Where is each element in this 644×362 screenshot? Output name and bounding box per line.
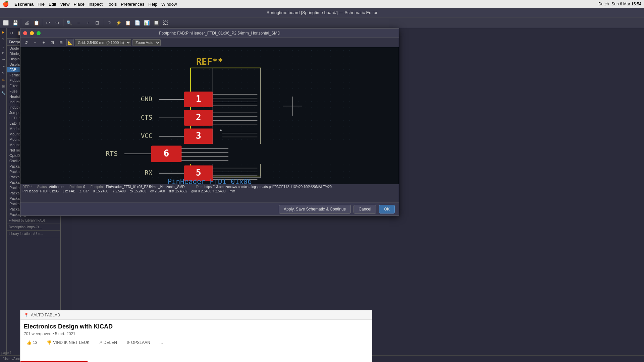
- fp-y-val: Y 2.5400: [112, 189, 126, 193]
- zoom-in-toolbar-btn[interactable]: +: [84, 18, 92, 27]
- tutorial-info: Electronics Design with KiCAD 701 weerga…: [24, 323, 369, 358]
- menu-file[interactable]: File: [38, 2, 45, 7]
- app-window: Springtime board [Springtime board/] — S…: [0, 8, 644, 362]
- fp-zoom-box-btn[interactable]: ⊞: [57, 39, 65, 46]
- svg-text:PinHeader_FTDI_01x06: PinHeader_FTDI_01x06: [167, 178, 252, 184]
- app-title: Springtime board [Springtime board/] — S…: [267, 10, 378, 15]
- fp-status-label: Status:: [37, 185, 48, 189]
- save-icon: ⊕: [126, 340, 130, 345]
- erc-btn[interactable]: ⚡: [114, 18, 123, 27]
- more-icon: ...: [160, 340, 163, 345]
- fp-status-value: Attributes:: [49, 185, 64, 189]
- fp-footprint-value: PinHeader_FTDI_01x06_P2.54mm_Horizontal_…: [106, 185, 185, 189]
- toolbar-sep-1: [21, 19, 21, 26]
- content-area: ⚑ ✎ ⋮ in mil mm ↖ ⚠ ⊞ 🔧 ↺ 📋 ⚙ Footprint …: [0, 28, 644, 362]
- menu-edit[interactable]: Edit: [49, 2, 56, 7]
- copy-btn[interactable]: 📋: [32, 18, 41, 27]
- menu-inspect[interactable]: Inspect: [89, 2, 103, 7]
- menu-tools[interactable]: Tools: [107, 2, 117, 7]
- tutorial-like-btn[interactable]: 👍 13: [24, 339, 40, 346]
- thumb-down-icon: 👎: [47, 340, 52, 345]
- datetime: Sun 6 Mar 15:54: [611, 2, 641, 6]
- lang-indicator: Dutch: [598, 2, 609, 6]
- fp-grid-selector[interactable]: Grid: 2.5400 mm (0.1000 in): [75, 39, 131, 46]
- svg-text:6: 6: [164, 148, 169, 159]
- save-btn[interactable]: 💾: [11, 18, 19, 27]
- svg-text:2: 2: [196, 112, 201, 122]
- footprint-dialog: Footprint: FAB:PinHeader_FTDI_01x06_P2.5…: [20, 28, 399, 216]
- bom-btn[interactable]: 📊: [142, 18, 151, 27]
- fp-buttons: Apply, Save Schematic & Continue Cancel …: [20, 202, 399, 216]
- fp-dy-val: dy 2.5400: [150, 189, 165, 193]
- fp-doc-label: Doc:: [196, 185, 203, 189]
- print-btn[interactable]: 🖨: [22, 18, 31, 27]
- main-toolbar: ⬜ 💾 🖨 📋 ↩ ↪ 🔍 − + ⊡ ⚐ ⚡ 📋 📄 📊 🔲 🖼: [0, 17, 644, 28]
- fp-zoom-fit-btn[interactable]: ⊡: [49, 39, 56, 46]
- toolbar-sep-4: [103, 19, 103, 26]
- new-btn[interactable]: ⬜: [1, 18, 10, 27]
- zoom-out-toolbar-btn[interactable]: −: [74, 18, 83, 27]
- tutorial-progress-bar: [20, 361, 88, 362]
- fp-rotation-label: Rotation: [69, 185, 82, 189]
- tutorial-content: Electronics Design with KiCAD 701 weerga…: [20, 320, 372, 362]
- menu-place[interactable]: Place: [73, 2, 85, 7]
- svg-text:5: 5: [196, 167, 201, 178]
- fp-canvas[interactable]: REF** 1 GND 2 CTS: [20, 47, 399, 184]
- fp-doc-value: https://s3.amazonaws.com/catalogspreads-…: [204, 185, 334, 189]
- menu-help[interactable]: Help: [148, 2, 157, 7]
- find-btn[interactable]: 🔍: [65, 18, 73, 27]
- svg-text:CTS: CTS: [141, 114, 152, 121]
- close-btn[interactable]: [23, 31, 27, 35]
- fp-zoom-in-btn[interactable]: +: [40, 39, 47, 46]
- fp-dx-val: dx 15.2400: [129, 189, 146, 193]
- tutorial-views: 701 weergaven: [24, 331, 51, 336]
- menu-window[interactable]: Window: [161, 2, 177, 7]
- fp-zoom-out-btn[interactable]: −: [31, 39, 39, 46]
- fp-lib-label: Lib: FAB: [63, 189, 75, 193]
- fp-name-value: PinHeader_FTDI_01x06: [22, 189, 59, 193]
- fp-x-val: X 15.2400: [93, 189, 108, 193]
- fp-titlebar: Footprint: FAB:PinHeader_FTDI_01x06_P2.5…: [20, 28, 399, 38]
- annotate-btn[interactable]: ⚐: [105, 18, 113, 27]
- svg-text:GND: GND: [141, 95, 152, 103]
- tutorial-save-btn[interactable]: ⊕ OPSLAAN: [124, 339, 153, 346]
- svg-text:REF**: REF**: [196, 56, 223, 67]
- toolbar-sep-3: [63, 19, 63, 26]
- zoom-fit-toolbar-btn[interactable]: ⊡: [93, 18, 102, 27]
- redo-btn[interactable]: ↪: [53, 18, 62, 27]
- minimize-btn[interactable]: [30, 31, 34, 35]
- fields-btn[interactable]: 📋: [123, 18, 132, 27]
- fp-refresh-btn[interactable]: ↺: [22, 39, 30, 46]
- tutorial-more-btn[interactable]: ...: [157, 339, 166, 346]
- fp-grid-val: grid X 2.5400 Y 2.5400: [191, 189, 225, 193]
- fp-dist-val: dist 15.4502: [169, 189, 187, 193]
- 3d-btn[interactable]: 🖼: [161, 18, 170, 27]
- netlist-btn[interactable]: 📄: [133, 18, 142, 27]
- undo-btn[interactable]: ↩: [44, 18, 52, 27]
- tutorial-share-label: DELEN: [104, 340, 117, 345]
- fp-footprint-label: Footprint:: [91, 185, 105, 189]
- menu-preferences[interactable]: Preferences: [121, 2, 144, 7]
- tutorial-channel: AALTO FABLAB: [31, 313, 60, 317]
- fp-apply-btn[interactable]: Apply, Save Schematic & Continue: [279, 205, 351, 214]
- tutorial-share-btn[interactable]: ↗ DELEN: [96, 339, 120, 346]
- maximize-btn[interactable]: [37, 31, 41, 35]
- app-titlebar: Springtime board [Springtime board/] — S…: [0, 8, 644, 17]
- apple-menu[interactable]: 🍎: [3, 1, 9, 7]
- tutorial-actions: 👍 13 👎 VIND IK NIET LEUK ↗ DELEN: [24, 339, 369, 346]
- toolbar-sep-2: [42, 19, 42, 26]
- fp-cancel-btn[interactable]: Cancel: [354, 205, 376, 214]
- fp-dialog-title: Footprint: FAB:PinHeader_FTDI_01x06_P2.5…: [43, 31, 396, 36]
- share-icon: ↗: [99, 340, 102, 345]
- fp-zoom-selector[interactable]: Zoom Auto: [132, 39, 161, 46]
- svg-text:*: *: [220, 128, 222, 133]
- fp-view-btn[interactable]: 📐: [66, 39, 73, 46]
- menu-view[interactable]: View: [60, 2, 69, 7]
- tutorial-separator: •: [52, 331, 55, 336]
- footprint-btn[interactable]: 🔲: [152, 18, 160, 27]
- menu-eschema[interactable]: Eschema: [14, 2, 34, 7]
- tutorial-like-count: 13: [33, 340, 37, 345]
- tutorial-save-label: OPSLAAN: [131, 340, 150, 345]
- tutorial-dislike-btn[interactable]: 👎 VIND IK NIET LEUK: [44, 339, 92, 346]
- fp-ok-btn[interactable]: OK: [379, 205, 395, 214]
